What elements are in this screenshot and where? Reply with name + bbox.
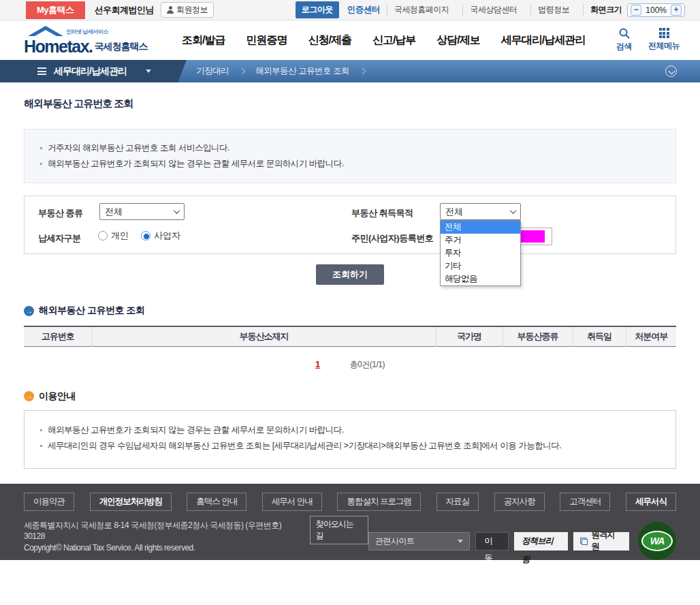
col-country: 국가명 xyxy=(436,326,503,346)
guide-box: 해외부동산 고유번호가 조회되지 않는 경우는 관할 세무서로 문의하시기 바랍… xyxy=(24,410,676,469)
radio-individual[interactable]: 개인 xyxy=(98,230,129,242)
guide-item: 세무대리인의 경우 수임납세자의 해외부동산 고유번호 조회는 [세무대리/납세… xyxy=(39,438,661,454)
radio-business-label: 사업자 xyxy=(154,230,180,242)
footer-link-hometax-guide[interactable]: 홈택스 안내 xyxy=(187,493,246,511)
footer-menu: 이용약관 개인정보처리방침 홈택스 안내 세무서 안내 통합설치 프로그램 자료… xyxy=(24,493,676,511)
breadcrumb: 기장대리 해외부동산 고유번호 조회 xyxy=(196,65,376,77)
table-header-row: 고유번호 부동산소재지 국가명 부동산종류 취득일 처분여부 xyxy=(24,326,676,346)
nav-counsel-report[interactable]: 상담/제보 xyxy=(436,33,479,48)
nav-inquiry-issue[interactable]: 조회/발급 xyxy=(182,33,225,48)
logout-button[interactable]: 로그아웃 xyxy=(296,1,339,18)
breadcrumb-item-current[interactable]: 해외부동산 고유번호 조회 xyxy=(255,65,349,77)
wa-certification-seal: WA xyxy=(638,522,676,560)
remote-support-button[interactable]: 원격지원 xyxy=(573,532,629,550)
auth-center-link[interactable]: 인증센터 xyxy=(347,4,380,16)
guide-section-header: → 이용안내 xyxy=(24,390,676,403)
remote-screens-icon xyxy=(580,538,588,545)
guide-item: 해외부동산 고유번호가 조회되지 않는 경우는 관할 세무서로 문의하시기 바랍… xyxy=(39,422,661,438)
zoom-level: 100% xyxy=(646,5,667,15)
caret-down-icon xyxy=(458,540,463,543)
chevron-down-icon xyxy=(510,207,517,214)
nav-application-submission[interactable]: 신청/제출 xyxy=(308,33,351,48)
property-type-select[interactable]: 전체 xyxy=(99,203,185,220)
breadcrumb-bar: 세무대리/납세관리 기장대리 해외부동산 고유번호 조회 xyxy=(0,60,700,82)
dropdown-option-residence[interactable]: 주거 xyxy=(441,234,520,247)
guide-section-title: 이용안내 xyxy=(39,390,76,403)
col-disposal-status: 처분여부 xyxy=(626,326,676,346)
page-1-link[interactable]: 1 xyxy=(315,359,320,369)
page-title: 해외부동산 고유번호 조회 xyxy=(24,97,676,110)
col-property-location: 부동산소재지 xyxy=(92,326,436,346)
nav-tax-agent-management[interactable]: 세무대리/납세관리 xyxy=(501,33,585,48)
header: 인터넷 납세서비스 Hometax. 국세청홈택스 조회/발급 민원증명 신청/… xyxy=(0,20,700,60)
radio-circle-icon xyxy=(98,231,108,241)
radio-business[interactable]: 사업자 xyxy=(141,230,180,242)
search-button[interactable]: 검색 xyxy=(616,28,632,52)
chevron-right-icon xyxy=(360,68,366,75)
my-hometax-button[interactable]: My홈택스 xyxy=(26,1,85,19)
chevron-down-icon xyxy=(174,207,180,214)
footer-link-terms[interactable]: 이용약관 xyxy=(24,493,74,511)
zoom-in-button[interactable]: + xyxy=(671,5,682,16)
property-type-value: 전체 xyxy=(105,206,123,218)
search-form: 부동산 종류 전체 부동산 취득목적 전체 납세자구분 개인 사업자 주민(사업… xyxy=(24,196,676,254)
notice-item: 해외부동산 고유번호가 조회되지 않는 경우는 관할 세무서로 문의하시기 바랍… xyxy=(39,156,661,172)
pagination: 1 총0건(1/1) xyxy=(24,359,676,371)
related-sites-select[interactable]: 관련사이트 xyxy=(368,532,470,550)
dropdown-option-all[interactable]: 전체 xyxy=(441,221,520,234)
all-menu-button[interactable]: 전체메뉴 xyxy=(648,28,680,52)
go-button[interactable]: 이동 xyxy=(475,532,509,550)
footer-link-tax-forms[interactable]: 세무서식 xyxy=(626,493,676,511)
directions-button[interactable]: 찾아오시는 길 xyxy=(310,516,368,544)
arrow-circle-orange-icon: → xyxy=(24,391,34,401)
law-info-link[interactable]: 법령정보 xyxy=(530,4,576,16)
footer-link-install-program[interactable]: 통합설치 프로그램 xyxy=(337,493,420,511)
lnb-section-menu-button[interactable]: 세무대리/납세관리 xyxy=(0,60,187,82)
lnb-collapse-button[interactable] xyxy=(665,65,677,77)
wa-certification-label: WA xyxy=(641,531,673,551)
chevron-right-icon xyxy=(239,68,246,75)
search-label: 검색 xyxy=(616,41,632,52)
footer-link-tax-office-guide[interactable]: 세무서 안내 xyxy=(262,493,322,511)
col-acquisition-date: 취득일 xyxy=(573,326,626,346)
col-unique-number: 고유번호 xyxy=(24,326,92,346)
dropdown-option-na[interactable]: 해당없음 xyxy=(441,273,520,285)
logo-tagline: 인터넷 납세서비스 xyxy=(66,28,108,35)
search-icon xyxy=(619,28,630,39)
logo-korean-text: 국세청홈택스 xyxy=(95,41,148,55)
total-count: 총0건(1/1) xyxy=(350,360,385,369)
footer-link-notice[interactable]: 공지사항 xyxy=(494,493,545,511)
lnb-section-title: 세무대리/납세관리 xyxy=(54,65,127,78)
footer-copyright: Copyright© National Tax Service. All rig… xyxy=(24,543,368,553)
results-section-title: 해외부동산 고유번호 조회 xyxy=(39,305,144,317)
radio-individual-label: 개인 xyxy=(111,230,129,242)
nts-homepage-link[interactable]: 국세청홈페이지 xyxy=(387,4,456,16)
acquisition-purpose-dropdown: 전체 주거 투자 기타 해당없음 xyxy=(440,220,521,286)
acquisition-purpose-select[interactable]: 전체 xyxy=(440,203,521,220)
dropdown-option-other[interactable]: 기타 xyxy=(441,260,520,273)
member-info-button[interactable]: 회원정보 xyxy=(161,2,214,18)
property-type-label: 부동산 종류 xyxy=(38,207,83,219)
footer-link-privacy[interactable]: 개인정보처리방침 xyxy=(90,493,172,511)
footer-link-archive[interactable]: 자료실 xyxy=(436,493,479,511)
nav-report-payment[interactable]: 신고/납부 xyxy=(372,33,415,48)
grid-menu-icon xyxy=(659,28,669,38)
results-table: 고유번호 부동산소재지 국가명 부동산종류 취득일 처분여부 xyxy=(24,326,676,347)
search-submit-button[interactable]: 조회하기 xyxy=(316,264,384,285)
zoom-control: − 100% + xyxy=(627,3,685,17)
counsel-center-link[interactable]: 국세상담센터 xyxy=(462,4,524,16)
nav-civil-certificates[interactable]: 민원증명 xyxy=(246,33,287,48)
hamburger-icon xyxy=(37,67,46,75)
footer-link-customer-center[interactable]: 고객센터 xyxy=(560,493,610,511)
zoom-out-button[interactable]: − xyxy=(631,5,641,16)
related-sites-value: 관련사이트 xyxy=(375,536,415,547)
breadcrumb-item-bookkeeping[interactable]: 기장대리 xyxy=(196,65,229,77)
notice-box: 거주자의 해외부동산 고유번호 조회 서비스입니다. 해외부동산 고유번호가 조… xyxy=(24,129,676,183)
radio-circle-icon xyxy=(141,231,150,241)
taxpayer-type-label: 납세자구분 xyxy=(38,232,81,245)
policy-briefing-button[interactable]: 정책브리핑 xyxy=(514,532,568,550)
footer: 이용약관 개인정보처리방침 홈택스 안내 세무서 안내 통합설치 프로그램 자료… xyxy=(0,484,700,560)
utility-bar: My홈택스 선우회계법인님 회원정보 로그아웃 인증센터 국세청홈페이지 국세상… xyxy=(0,0,700,20)
hometax-logo[interactable]: 인터넷 납세서비스 Hometax. 국세청홈택스 xyxy=(24,25,172,55)
dropdown-option-investment[interactable]: 투자 xyxy=(441,247,520,260)
